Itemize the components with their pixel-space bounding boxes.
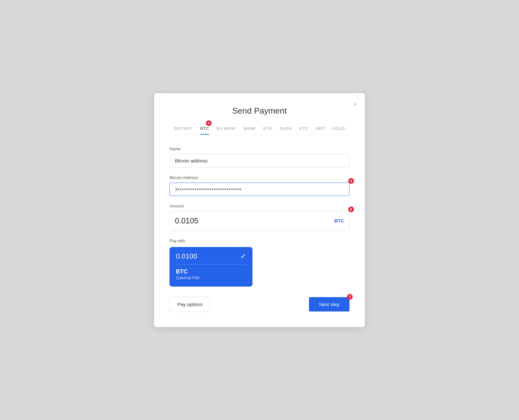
modal-title: Send Payment xyxy=(169,106,350,116)
bitcoin-address-wrapper: 5 xyxy=(169,183,350,196)
amount-value: 0.0105 xyxy=(175,216,334,225)
tab-eth[interactable]: ETH xyxy=(263,126,272,135)
next-step-button[interactable]: Next step xyxy=(309,297,350,311)
card-check-icon: ✓ xyxy=(240,252,246,260)
name-label: Name xyxy=(169,146,350,151)
footer-actions: Pay options 7 Next step xyxy=(169,297,350,312)
next-step-badge: 7 xyxy=(347,294,353,300)
tab-rep[interactable]: REP xyxy=(316,126,325,135)
bitcoin-address-badge: 5 xyxy=(348,178,354,184)
close-button[interactable]: × xyxy=(352,100,358,109)
name-field-group: Name xyxy=(169,146,350,168)
amount-field-wrapper: 6 0.0105 BTC xyxy=(169,211,350,231)
bitcoin-address-field-group: Bitcoin Address 5 xyxy=(169,175,350,196)
amount-badge: 6 xyxy=(348,206,354,212)
tab-eu-bank[interactable]: EU BANK xyxy=(217,126,236,135)
next-step-wrapper: 7 Next step xyxy=(309,297,350,311)
amount-input-container: 0.0105 BTC xyxy=(169,211,350,231)
tab-bar: INSTANT BTC 4 EU BANK BANK ETH DASH ETC … xyxy=(169,126,350,135)
bitcoin-address-input[interactable] xyxy=(169,183,350,196)
tab-bank[interactable]: BANK xyxy=(244,126,255,135)
tab-gold[interactable]: GOLD xyxy=(333,126,345,135)
name-input[interactable] xyxy=(169,154,350,168)
card-top: 0.0100 ✓ xyxy=(176,252,246,265)
send-payment-modal: × Send Payment INSTANT BTC 4 EU BANK BAN… xyxy=(154,93,365,327)
tab-btc-badge: 4 xyxy=(206,120,212,126)
bitcoin-address-label: Bitcoin Address xyxy=(169,175,350,180)
card-issuer: GateHub Fifth xyxy=(176,276,246,280)
amount-label: Amount xyxy=(169,204,350,208)
card-amount: 0.0100 xyxy=(176,252,197,260)
card-currency: BTC xyxy=(176,268,246,275)
amount-field-group: Amount 6 0.0105 BTC xyxy=(169,204,350,231)
pay-with-section: Pay with 0.0100 ✓ BTC GateHub Fifth xyxy=(169,238,350,287)
pay-with-label: Pay with xyxy=(169,238,350,243)
pay-options-button[interactable]: Pay options xyxy=(169,297,210,312)
tab-dash[interactable]: DASH xyxy=(280,126,292,135)
page-backdrop: × Send Payment INSTANT BTC 4 EU BANK BAN… xyxy=(0,0,519,420)
amount-currency: BTC xyxy=(334,218,344,223)
tab-btc[interactable]: BTC 4 xyxy=(200,126,209,135)
tab-etc[interactable]: ETC xyxy=(299,126,308,135)
payment-card[interactable]: 0.0100 ✓ BTC GateHub Fifth xyxy=(169,247,252,287)
tab-instant[interactable]: INSTANT xyxy=(174,126,192,135)
